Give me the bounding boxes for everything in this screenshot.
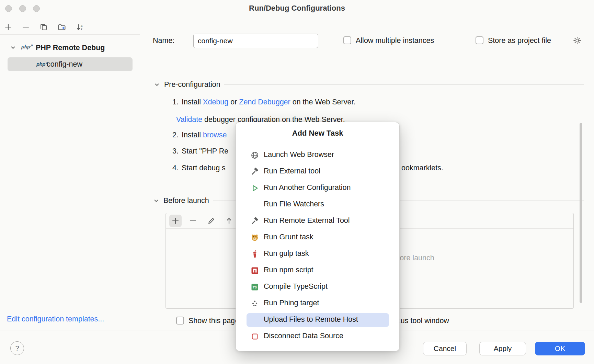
gulp-icon — [250, 250, 259, 259]
menu-item-run-phing-target[interactable]: Run Phing target — [236, 295, 399, 312]
menu-item-label: Launch Web Browser — [264, 150, 334, 159]
copy-icon[interactable] — [39, 23, 48, 32]
edit-configuration-templates-link[interactable]: Edit configuration templates... — [7, 314, 104, 324]
menu-item-run-npm-script[interactable]: Run npm script — [236, 262, 399, 279]
pre-step-1: 1.Install Xdebug or Zend Debugger on the… — [172, 97, 355, 107]
section-divider — [224, 84, 584, 85]
menu-item-label: Compile TypeScript — [264, 282, 328, 291]
step-number: 1. — [172, 98, 179, 106]
menu-item-label: Run Phing target — [264, 299, 319, 307]
add-icon[interactable] — [171, 216, 180, 225]
run-debug-configurations-dialog: Run/Debug Configurations az php↗ PHP Rem… — [0, 0, 594, 364]
chevron-down-icon[interactable] — [153, 81, 160, 88]
allow-multiple-instances-label: Allow multiple instances — [356, 36, 434, 45]
popup-title: Add New Task — [236, 129, 399, 139]
zend-debugger-link[interactable]: Zend Debugger — [239, 98, 290, 106]
pre-step-2: 2.Install browse — [172, 130, 227, 140]
step-text: or — [228, 98, 239, 106]
php-remote-debug-icon: php↗ — [21, 44, 33, 49]
menu-item-run-remote-external-tool[interactable]: Run Remote External Tool — [236, 213, 399, 229]
menu-item-run-file-watchers[interactable]: Run File Watchers — [236, 196, 399, 213]
remove-icon[interactable] — [21, 23, 30, 32]
typescript-icon: TS — [250, 283, 259, 292]
datasource-icon — [250, 332, 259, 341]
popup-menu: Launch Web Browser Run External tool Run… — [236, 147, 399, 345]
pre-configuration-title: Pre-configuration — [164, 80, 220, 89]
show-this-page-checkbox[interactable] — [176, 317, 184, 325]
tree-item-label: config-new — [47, 59, 82, 69]
menu-item-label: Disconnect Data Source — [264, 332, 343, 340]
remote-arrow-glyph: ↗ — [30, 44, 33, 48]
cancel-button[interactable]: Cancel — [423, 342, 467, 355]
phing-icon — [250, 299, 259, 308]
apply-button[interactable]: Apply — [479, 342, 526, 355]
chevron-down-icon[interactable] — [10, 44, 16, 51]
pre-step-4: 4.Start debug s — [172, 163, 226, 173]
tools-icon — [250, 167, 259, 176]
npm-icon — [250, 266, 259, 275]
step-number: 3. — [172, 147, 179, 155]
pre-configuration-section-header: Pre-configuration — [153, 80, 584, 89]
remove-icon[interactable] — [189, 216, 197, 225]
menu-item-run-grunt-task[interactable]: Run Grunt task — [236, 229, 399, 246]
gear-icon[interactable] — [573, 36, 582, 45]
menu-item-launch-web-browser[interactable]: Launch Web Browser — [236, 147, 399, 163]
step-text: Install — [182, 98, 203, 106]
step-text: Start "PHP Re — [182, 147, 228, 155]
run-icon — [250, 184, 259, 193]
help-button[interactable]: ? — [10, 341, 24, 355]
menu-item-label: Run Grunt task — [264, 233, 313, 241]
menu-item-label: Run Another Configuration — [264, 183, 351, 192]
step-text: Start debug s — [182, 164, 226, 172]
grunt-icon — [250, 233, 259, 242]
globe-icon — [250, 151, 259, 160]
menu-item-label: Upload Files to Remote Host — [264, 315, 358, 324]
move-up-icon[interactable] — [225, 216, 233, 225]
validate-link[interactable]: Validate — [176, 115, 202, 124]
tools-icon — [250, 217, 259, 226]
sort-az-icon[interactable]: az — [76, 23, 85, 32]
menu-item-disconnect-data-source[interactable]: Disconnect Data Source — [236, 328, 399, 345]
menu-item-upload-files-to-remote-host[interactable]: Upload Files to Remote Host — [236, 312, 399, 328]
store-as-project-file-label: Store as project file — [488, 36, 551, 45]
chevron-down-icon[interactable] — [153, 197, 160, 204]
menu-item-label: Run npm script — [264, 266, 313, 274]
svg-text:TS: TS — [253, 285, 257, 289]
ok-button[interactable]: OK — [535, 342, 585, 355]
php-icon-letters: php — [21, 44, 30, 49]
browser-link[interactable]: browse — [203, 131, 227, 139]
menu-item-run-gulp-task[interactable]: Run gulp task — [236, 246, 399, 262]
menu-item-run-another-configuration[interactable]: Run Another Configuration — [236, 180, 399, 196]
svg-text:z: z — [81, 27, 82, 31]
pre-step-3: 3.Start "PHP Re — [172, 146, 228, 156]
menu-item-label: Run External tool — [264, 167, 320, 175]
new-folder-icon[interactable] — [57, 23, 66, 32]
step-text: Install — [182, 131, 203, 139]
add-icon[interactable] — [4, 23, 13, 32]
php-icon-letters: php — [36, 61, 45, 67]
vertical-scrollbar[interactable] — [580, 123, 582, 303]
menu-item-label: Run File Watchers — [264, 200, 324, 208]
add-new-task-popup: Add New Task Launch Web Browser Run Exte… — [236, 122, 400, 351]
edit-pencil-icon[interactable] — [207, 216, 216, 225]
xdebug-link[interactable]: Xdebug — [203, 98, 228, 106]
step-text: on the Web Server. — [290, 98, 356, 106]
menu-item-label: Run Remote External Tool — [264, 216, 350, 225]
tree-item-config-new[interactable]: php↗ config-new — [8, 57, 133, 71]
show-this-page-label: Show this page — [189, 316, 239, 326]
name-input[interactable] — [193, 34, 318, 48]
menu-item-compile-typescript[interactable]: TS Compile TypeScript — [236, 279, 399, 295]
menu-item-run-external-tool[interactable]: Run External tool — [236, 163, 399, 180]
tree-group-label: PHP Remote Debug — [36, 43, 105, 53]
step-number: 4. — [172, 164, 179, 172]
store-as-project-file-checkbox[interactable] — [476, 36, 483, 44]
name-label: Name: — [153, 36, 174, 45]
tree-group-php-remote-debug[interactable]: php↗ PHP Remote Debug — [0, 41, 140, 54]
allow-multiple-instances-checkbox[interactable] — [343, 36, 351, 44]
step-number: 2. — [172, 131, 179, 139]
menu-item-label: Run gulp task — [264, 249, 309, 258]
window-title: Run/Debug Configurations — [0, 4, 594, 13]
before-launch-title: Before launch — [163, 196, 209, 205]
pre-step-4-tail: ookmarklets. — [401, 163, 443, 173]
